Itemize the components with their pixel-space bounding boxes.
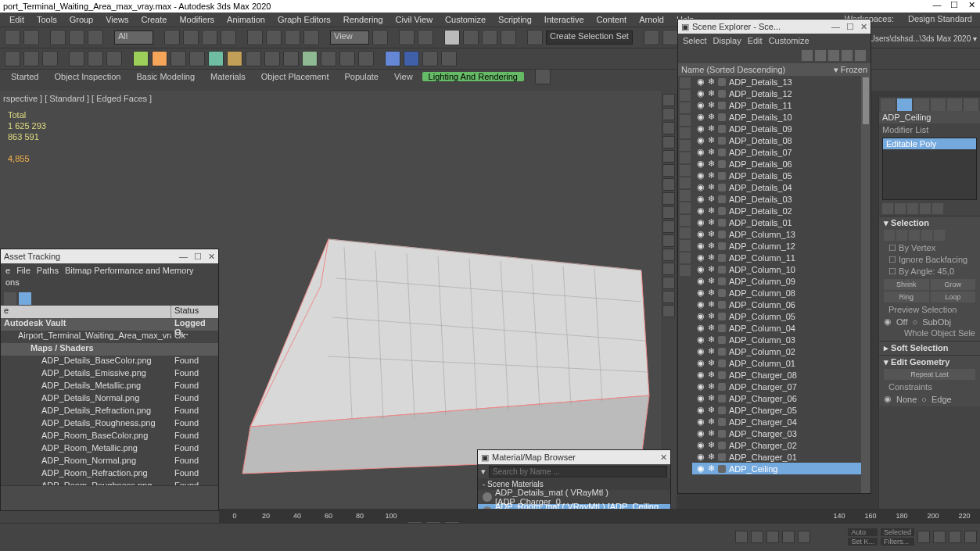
play-icon[interactable] [766, 531, 779, 543]
freeze-icon[interactable]: ❄ [708, 194, 715, 204]
se-ico-none[interactable] [680, 90, 691, 101]
at-close-icon[interactable]: ✕ [208, 252, 215, 262]
se-filter-icon[interactable] [815, 50, 826, 61]
at-menu-bitmap[interactable]: Bitmap Performance and Memory [65, 266, 193, 275]
se-list-item[interactable]: ◉❄ADP_Details_01 [692, 216, 861, 228]
se-find-icon[interactable] [802, 50, 813, 61]
eye-icon[interactable]: ◉ [697, 335, 705, 345]
eye-icon[interactable]: ◉ [697, 159, 705, 169]
cmd-display-tab[interactable] [947, 98, 962, 111]
modifier-stack[interactable]: Editable Poly [882, 138, 977, 200]
window-cross-icon[interactable] [221, 30, 236, 45]
vp-frozen-icon[interactable] [662, 234, 675, 247]
freeze-icon[interactable]: ❄ [708, 346, 715, 356]
nav-zoom-icon[interactable] [933, 531, 946, 543]
stats-icon[interactable] [422, 51, 438, 66]
vray-d-icon[interactable] [189, 51, 205, 66]
se-menu-display[interactable]: Display [713, 36, 741, 45]
eye-icon[interactable]: ◉ [697, 393, 705, 403]
at-row[interactable]: Maps / Shaders [1, 343, 218, 356]
se-list-item[interactable]: ◉❄ADP_Charger_03 [692, 428, 861, 439]
freeze-icon[interactable]: ❄ [708, 252, 715, 263]
at-tree-icon[interactable] [4, 292, 16, 305]
vp-xref-icon[interactable] [662, 277, 675, 289]
undo-icon[interactable] [5, 30, 20, 45]
eye-icon[interactable]: ◉ [697, 88, 705, 98]
freeze-icon[interactable]: ❄ [708, 135, 715, 145]
object-name-field[interactable]: ADP_Ceiling [879, 111, 980, 123]
viewport-label[interactable]: rspective ] [ Standard ] [ Edged Faces ] [3, 94, 152, 103]
shrink-button[interactable]: Shrink [884, 279, 929, 290]
render-setup-icon[interactable] [69, 51, 84, 66]
vp-space-icon[interactable] [662, 192, 675, 205]
angle-value[interactable]: 45,0 [938, 267, 954, 276]
freeze-icon[interactable]: ❄ [708, 112, 715, 122]
se-list-item[interactable]: ◉❄ADP_Charger_01 [692, 451, 861, 463]
se-ico-warp[interactable] [680, 165, 691, 176]
border-icon[interactable] [909, 230, 920, 241]
se-ico-cont[interactable] [680, 215, 691, 226]
eye-icon[interactable]: ◉ [697, 358, 705, 368]
eye-icon[interactable]: ◉ [697, 182, 705, 192]
at-row[interactable]: Autodesk VaultLogged O... [1, 318, 218, 331]
freeze-icon[interactable]: ❄ [708, 440, 715, 450]
schematic-icon[interactable] [23, 51, 39, 66]
at-row[interactable]: Airport_Terminal_Waiting_Area_max_vray..… [1, 331, 218, 343]
at-minimize-icon[interactable]: — [179, 252, 188, 262]
se-list-item[interactable]: ◉❄ADP_Charger_06 [692, 392, 861, 404]
freeze-icon[interactable]: ❄ [708, 147, 715, 157]
eye-icon[interactable]: ◉ [697, 252, 705, 263]
menu-edit[interactable]: Edit [5, 15, 29, 24]
se-list-item[interactable]: ◉❄ADP_Details_06 [692, 158, 861, 170]
se-lock-icon[interactable] [842, 50, 853, 61]
se-column-frozen[interactable]: ▾ Frozen [834, 65, 867, 75]
eye-icon[interactable]: ◉ [697, 381, 705, 392]
se-list-item[interactable]: ◉❄ADP_Details_07 [692, 146, 861, 158]
se-list-item[interactable]: ◉❄ADP_Column_10 [692, 263, 861, 275]
at-col-name[interactable]: e [1, 306, 171, 318]
se-menu-edit[interactable]: Edit [748, 36, 763, 45]
bind-space-icon[interactable] [88, 30, 103, 45]
close-icon[interactable]: ✕ [966, 0, 977, 10]
se-list-item[interactable]: ◉❄ADP_Column_03 [692, 334, 861, 345]
eye-icon[interactable]: ◉ [697, 229, 705, 239]
se-list-item[interactable]: ◉❄ADP_Column_09 [692, 275, 861, 287]
eye-icon[interactable]: ◉ [697, 112, 705, 122]
eye-icon[interactable]: ◉ [697, 77, 705, 87]
help-toolbar-icon[interactable] [441, 51, 457, 66]
vray-f-icon[interactable] [227, 51, 242, 66]
vray-j-icon[interactable] [302, 51, 318, 66]
se-menu-select[interactable]: Select [683, 36, 707, 45]
ribbon-tab[interactable]: Object Placement [255, 72, 336, 81]
off-radio[interactable]: ◉ [884, 317, 892, 327]
vp-shape-icon[interactable] [662, 136, 675, 148]
vp-geo-icon[interactable] [662, 122, 675, 134]
vray-c-icon[interactable] [171, 51, 186, 66]
timeline[interactable]: 0 20 40 60 80 100 140 160 180 200 220 [219, 509, 980, 523]
align-icon[interactable] [662, 30, 678, 45]
eye-icon[interactable]: ◉ [697, 288, 705, 298]
modifier-item[interactable]: Editable Poly [883, 138, 976, 149]
eye-icon[interactable]: ◉ [697, 417, 705, 427]
vertex-icon[interactable] [884, 230, 895, 241]
se-menu-customize[interactable]: Customize [769, 36, 809, 45]
se-ico-light[interactable] [680, 127, 691, 138]
filters-button[interactable]: Filters... [881, 538, 914, 546]
se-minimize-icon[interactable]: — [831, 22, 840, 32]
workspace-dropdown[interactable]: Design Standard [903, 14, 977, 23]
ring-button[interactable]: Ring [884, 292, 929, 302]
se-ico-helper[interactable] [680, 152, 691, 163]
vray-b-icon[interactable] [152, 51, 167, 66]
menu-modifiers[interactable]: Modifiers [174, 15, 219, 24]
render-frame-icon[interactable] [88, 51, 103, 66]
subobj-radio[interactable]: ○ [912, 317, 917, 327]
nav-orbit-icon[interactable] [949, 531, 961, 543]
render-icon[interactable] [106, 51, 122, 66]
polygon-icon[interactable] [921, 230, 932, 241]
freeze-icon[interactable]: ❄ [708, 229, 715, 239]
at-menu-ons[interactable]: ons [1, 277, 218, 292]
menu-civilview[interactable]: Civil View [391, 15, 437, 24]
freeze-icon[interactable]: ❄ [708, 241, 715, 251]
at-menu-e[interactable]: e [5, 266, 10, 275]
ribbon-tab[interactable]: Populate [339, 72, 385, 81]
